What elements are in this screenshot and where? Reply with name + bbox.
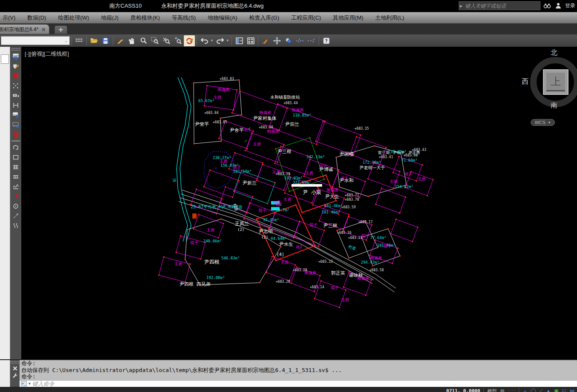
match-properties-button[interactable] xyxy=(260,35,271,46)
transparency-icon[interactable]: ◱ xyxy=(562,388,566,392)
undo-button[interactable] xyxy=(199,35,210,46)
new-tab-button[interactable] xyxy=(54,26,67,34)
redo-dropdown-icon[interactable]: ▼ xyxy=(226,39,230,43)
menu-数据[interactable]: 数据(D) xyxy=(21,12,52,23)
polygon-tool-icon[interactable] xyxy=(11,143,20,152)
properties-panel-button[interactable] xyxy=(234,35,245,46)
menu-绘图处理[interactable]: 绘图处理(W) xyxy=(52,12,95,23)
sketch-button[interactable] xyxy=(115,35,126,46)
command-settings-wrench-icon[interactable] xyxy=(12,373,18,378)
svg-text:院子: 院子 xyxy=(319,164,327,168)
command-input[interactable] xyxy=(32,381,577,387)
zhu-annotate-icon[interactable]: 注 xyxy=(11,130,20,139)
svg-text:附属房: 附属房 xyxy=(292,108,303,112)
menu-检查入库[interactable]: 检查入库(G) xyxy=(243,12,286,23)
menu-土地利用[interactable]: 土地利用(L) xyxy=(369,12,410,23)
table-columns-icon[interactable] xyxy=(11,172,20,181)
command-grip[interactable]: •••••••••••• xyxy=(11,361,20,364)
menu-示[interactable]: 示(V) xyxy=(0,12,21,23)
open-button[interactable] xyxy=(89,35,100,46)
help-button[interactable]: ? xyxy=(321,35,332,46)
command-prompt-icon[interactable]: >_ xyxy=(21,381,27,386)
table-rows-icon[interactable] xyxy=(11,162,20,171)
file-tab-active[interactable]: 面积宗地图总6.4* xyxy=(0,24,49,34)
menu-地物编辑[interactable]: 地物编辑(A) xyxy=(202,12,243,23)
wcs-label: WCS xyxy=(534,120,546,125)
map-svg[interactable]: ✓✓✓永和镇畜防疫站尹家村集体尹崇兰尹荣平尹舍平尹三根尹国楼尹博诚尹老明一大于雷… xyxy=(21,47,577,359)
viewcube-south[interactable]: 南 xyxy=(551,101,557,110)
squiggle-tool-icon[interactable] xyxy=(11,182,20,191)
drawing-canvas[interactable]: ✓✓✓永和镇畜防疫站尹家村集体尹崇兰尹荣平尹舍平尹三根尹国楼尹博诚尹老明一大于雷… xyxy=(21,47,577,359)
zoom-previous-button[interactable] xyxy=(172,35,183,46)
h-bar-icon[interactable] xyxy=(11,101,20,110)
menu-工程应用[interactable]: 工程应用(C) xyxy=(285,12,327,23)
stamp-edit-icon[interactable] xyxy=(11,62,20,71)
login-button[interactable]: 登录 xyxy=(565,2,575,9)
join-line-button[interactable] xyxy=(306,35,317,46)
binoculars-icon[interactable] xyxy=(543,2,551,10)
selection-cycling-icon[interactable]: ⋈ xyxy=(570,388,574,392)
copy-circle-button[interactable] xyxy=(283,35,294,46)
move-button[interactable] xyxy=(271,35,283,46)
double-wave-icon[interactable] xyxy=(11,221,20,230)
viewcube-top-label[interactable]: 上 xyxy=(546,73,565,91)
command-history[interactable]: 命令: 自动保存到 C:\Users\Administrator\appdata… xyxy=(20,360,577,387)
tab-close-icon[interactable] xyxy=(42,28,46,31)
xy-locate-icon[interactable]: x,y xyxy=(11,111,20,119)
search-collapse-icon[interactable]: ▶ xyxy=(459,4,463,8)
viewcube-west[interactable]: 西 xyxy=(522,77,528,86)
layer-combobox[interactable]: ⌄ xyxy=(1,36,70,45)
svg-text:44.64m²: 44.64m² xyxy=(271,236,287,241)
model-space-button[interactable]: 模型 xyxy=(487,388,497,392)
toolbar-grip[interactable]: •••••••••••• xyxy=(11,48,20,51)
grid-icon[interactable]: ▦ xyxy=(500,388,504,392)
dots-grid-icon[interactable] xyxy=(11,81,20,90)
redo-button[interactable] xyxy=(214,35,226,46)
zhong-tool-icon[interactable]: 重 xyxy=(11,71,20,80)
save-button[interactable] xyxy=(100,35,111,46)
lineweight-icon[interactable]: ▣ xyxy=(554,388,558,392)
camera-rotate-icon[interactable] xyxy=(11,91,20,100)
viewcube-north[interactable]: 北 xyxy=(551,48,557,57)
command-dropdown-icon[interactable]: ▼ xyxy=(29,382,31,386)
docked-palette-edge[interactable] xyxy=(0,47,10,359)
dimension-icon[interactable] xyxy=(11,120,20,129)
zoom-scale-button[interactable] xyxy=(161,35,172,46)
endpoint-line-icon[interactable] xyxy=(11,211,20,220)
menu-其他应用[interactable]: 其他应用(M) xyxy=(327,12,369,23)
decimal-9-icon[interactable]: .9 xyxy=(11,192,20,201)
polar-tracking-icon[interactable]: ⟋ xyxy=(540,388,543,392)
menu-地籍[interactable]: 地籍(J) xyxy=(95,12,124,23)
osnap-icon[interactable]: ▲ xyxy=(546,388,551,392)
linetype-button[interactable] xyxy=(74,35,85,46)
viewcube-face[interactable]: 上 xyxy=(543,69,568,95)
undo-dropdown-icon[interactable]: ▼ xyxy=(210,39,214,43)
command-input-row[interactable]: >_ ▼ xyxy=(20,380,577,387)
viewport-controls[interactable]: [-][俯视][二维线框] xyxy=(25,50,69,58)
circle-tool-icon[interactable] xyxy=(11,202,20,210)
svg-text:(4): (4) xyxy=(277,252,284,257)
zoom-window-button[interactable] xyxy=(149,35,160,46)
panel-grid-button[interactable] xyxy=(245,35,256,46)
menu-质检模块[interactable]: 质检模块(K) xyxy=(125,12,166,23)
rectangle-tool-icon[interactable] xyxy=(11,153,20,162)
svg-text:546.83m²: 546.83m² xyxy=(221,256,240,260)
svg-text:201.24m²: 201.24m² xyxy=(233,169,251,173)
zoom-button[interactable] xyxy=(138,35,149,46)
command-close-icon[interactable] xyxy=(13,366,17,371)
code-search-icon[interactable]: code xyxy=(11,52,20,61)
view-cube[interactable]: 北 西 南 东 上 xyxy=(524,49,577,119)
svg-text:+603.17: +603.17 xyxy=(358,220,373,224)
svg-text:327.65m²: 327.65m² xyxy=(293,180,311,185)
user-icon[interactable] xyxy=(554,2,563,10)
menu-等高线[interactable]: 等高线(S) xyxy=(166,12,202,23)
palette-field[interactable] xyxy=(1,54,9,64)
redraw-button[interactable] xyxy=(184,35,195,46)
ortho-icon[interactable]: ◯ xyxy=(531,388,536,392)
search-input[interactable] xyxy=(463,2,540,10)
snap-dots-icon[interactable]: ⸬ ⸬ xyxy=(508,388,516,392)
dynamic-input-icon[interactable]: ＋ xyxy=(523,388,527,392)
break-line-button[interactable] xyxy=(294,35,306,46)
pan-button[interactable] xyxy=(126,35,137,46)
wcs-dropdown[interactable]: WCS ▼ xyxy=(531,119,555,126)
